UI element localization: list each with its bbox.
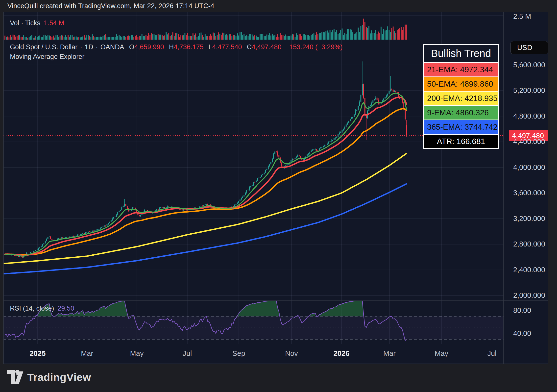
time-axis-label-6: 2026 [334,349,350,358]
separator-dot: · [80,43,82,51]
low-label: L [208,43,212,51]
price-axis-tick-3: 4,400.000 [513,138,545,146]
volume-indicator-label[interactable]: Vol · Ticks1.54 M [10,19,64,27]
legend-row-0: 21-EMA: 4972.344 [424,62,498,76]
rsi-value: 29.50 [58,305,74,312]
price-axis-tick-1: 5,200.000 [513,86,545,95]
tradingview-logo[interactable]: TradingView [7,370,91,385]
rsi-label-text: RSI (14, close) [10,305,54,312]
currency-toggle-button[interactable]: USD [510,41,548,54]
low-value: 4,477.540 [212,43,242,51]
bullish-trend-title: Bullish Trend [424,45,498,62]
price-axis-tick-8: 2,400.000 [513,266,545,274]
tradingview-logo-text: TradingView [27,371,91,383]
attribution-text: VinceQuill created with TradingView.com,… [7,2,214,10]
separator-dot: · [96,43,98,51]
open-value: 4,659.990 [134,43,164,51]
rsi-indicator-label[interactable]: RSI (14, close)29.50 [10,305,74,312]
change-value: −153.240 (−3.29%) [285,43,342,51]
tradingview-chart-screenshot: VinceQuill created with TradingView.com,… [0,0,557,392]
close-value: 4,497.480 [252,43,281,51]
rsi-axis-tick-0: 80.00 [513,306,531,315]
volume-value: 1.54 M [44,19,64,27]
time-axis-label-3: Jul [183,349,192,358]
legend-row-3: 9-EMA: 4860.326 [424,105,498,120]
time-axis-label-5: Nov [285,349,298,358]
close-label: C [247,43,252,51]
price-axis-tick-2: 4,800.000 [513,112,545,120]
time-axis-label-0: 2025 [30,349,46,358]
symbol-ohlc-line[interactable]: Gold Spot / U.S. Dollar·1D·OANDAO4,659.9… [10,43,342,51]
legend-row-4: 365-EMA: 3744.742 [424,120,498,134]
high-label: H [169,43,174,51]
volume-label-text: Vol · Ticks [10,19,40,27]
price-axis-tick-5: 3,600.000 [513,189,545,197]
legend-row-2: 200-EMA: 4218.935 [424,91,498,105]
time-axis-label-4: Sep [232,349,245,358]
price-axis-tick-4: 4,000.000 [513,163,545,172]
rsi-axis-tick-1: 40.00 [513,329,531,338]
indicator-title-ma-explorer[interactable]: Moving Average Explorer [10,53,84,61]
time-axis-label-2: May [130,349,144,358]
legend-row-1: 50-EMA: 4899.860 [424,76,498,91]
exchange-label: OANDA [100,43,124,51]
timeframe-label: 1D [85,43,93,51]
tradingview-logo-icon [7,370,24,385]
time-axis-label-8: May [435,349,448,358]
open-label: O [129,43,134,51]
time-axis-label-7: Mar [383,349,396,358]
price-axis-tick-0: 5,600.000 [513,61,545,69]
time-axis-label-9: Jul [487,349,496,358]
legend-row-5: ATR: 166.681 [424,134,498,148]
price-axis-tick-7: 2,800.000 [513,240,545,248]
high-value: 4,736.175 [174,43,203,51]
price-axis-tick-9: 2,000.000 [513,291,545,299]
symbol-name: Gold Spot / U.S. Dollar [10,43,77,51]
time-axis-label-1: Mar [81,349,93,358]
volume-axis-tick: 2.5 M [513,12,531,21]
bullish-trend-panel: Bullish Trend 21-EMA: 4972.34450-EMA: 48… [423,44,499,149]
price-axis-tick-6: 3,200.000 [513,215,545,223]
